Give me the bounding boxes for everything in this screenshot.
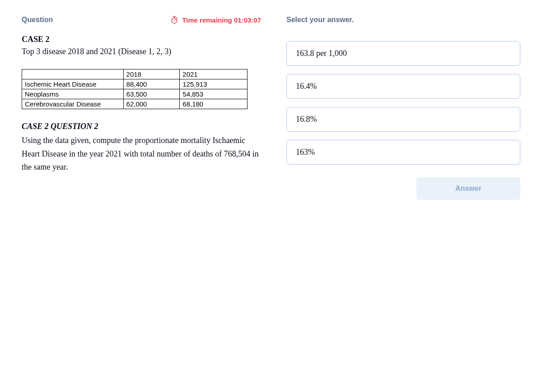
case-title: CASE 2: [22, 35, 261, 44]
table-cell-label: Neoplasms: [22, 89, 124, 99]
table-cell-2021: 68,180: [180, 99, 248, 109]
table-cell-2018: 88,400: [123, 79, 180, 89]
question-heading: CASE 2 QUESTION 2: [22, 122, 261, 131]
table-header-2021: 2021: [180, 69, 248, 79]
table-header-row: 2018 2021: [22, 69, 248, 79]
table-row: Cerebrovascular Disease 62,000 68,180: [22, 99, 248, 109]
table-header-empty: [22, 69, 124, 79]
table-header-2018: 2018: [123, 69, 180, 79]
select-answer-label: Select your answer.: [286, 16, 520, 24]
table-cell-2018: 62,000: [123, 99, 180, 109]
stopwatch-icon: [170, 16, 178, 24]
table-cell-label: Ischemic Heart Disease: [22, 79, 124, 89]
table-cell-label: Cerebrovascular Disease: [22, 99, 124, 109]
table-cell-2018: 63,500: [123, 89, 180, 99]
answer-options-list: 163.8 per 1,000 16.4% 16.8% 163%: [286, 41, 520, 165]
answer-option[interactable]: 16.4%: [286, 74, 520, 99]
timer-text: Time remaining 01:03:07: [182, 16, 261, 24]
answer-option[interactable]: 163.8 per 1,000: [286, 41, 520, 66]
table-row: Neoplasms 63,500 54,853: [22, 89, 248, 99]
question-body: Using the data given, compute the propor…: [22, 134, 261, 174]
table-cell-2021: 125,913: [180, 79, 248, 89]
answer-button[interactable]: Answer: [416, 177, 520, 200]
svg-line-4: [177, 18, 177, 18]
answer-option[interactable]: 163%: [286, 140, 520, 165]
svg-line-1: [174, 19, 175, 20]
table-row: Ischemic Heart Disease 88,400 125,913: [22, 79, 248, 89]
case-subtitle: Top 3 disease 2018 and 2021 (Disease 1, …: [22, 47, 261, 56]
table-cell-2021: 54,853: [180, 89, 248, 99]
answer-option[interactable]: 16.8%: [286, 107, 520, 132]
question-label: Question: [22, 16, 53, 24]
timer: Time remaining 01:03:07: [170, 16, 261, 24]
disease-table: 2018 2021 Ischemic Heart Disease 88,400 …: [22, 69, 248, 109]
